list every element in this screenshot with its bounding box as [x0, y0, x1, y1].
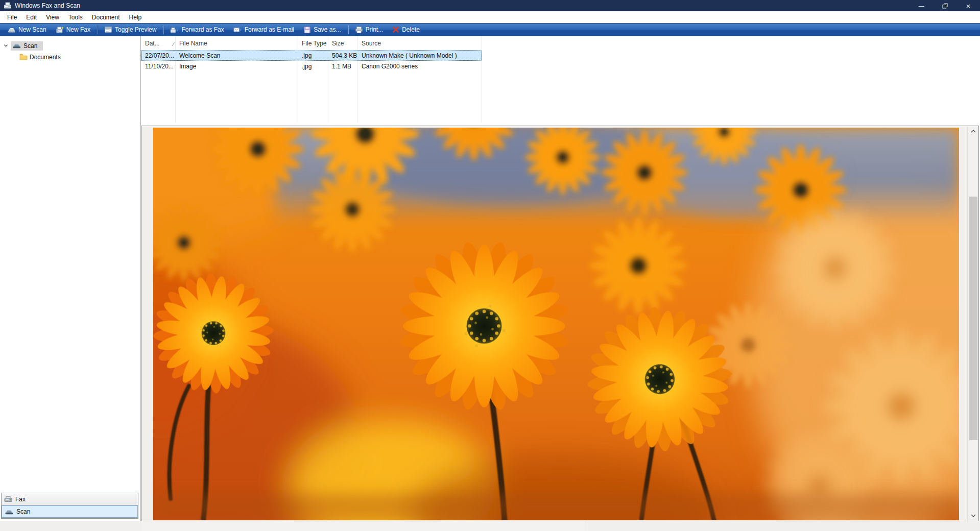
column-divider	[482, 36, 482, 123]
sort-ascending-icon: ∕	[173, 41, 174, 47]
print-icon	[355, 26, 363, 34]
preview-icon	[104, 26, 112, 33]
new-scan-button[interactable]: New Scan	[3, 24, 51, 35]
toolbar: New Scan New Fax Toggle Preview Forward …	[0, 23, 980, 36]
save-as-button[interactable]: Save as...	[299, 24, 345, 35]
forward-as-fax-button[interactable]: Forward as Fax	[165, 24, 228, 35]
column-header-date-label: Dat...	[145, 40, 160, 47]
scan-mode-label: Scan	[16, 508, 30, 515]
fax-mode-label: Fax	[15, 496, 26, 503]
print-label: Print...	[366, 26, 384, 33]
app-icon	[4, 2, 12, 10]
file-size: 504.3 KB	[328, 52, 358, 59]
delete-label: Delete	[402, 26, 420, 33]
delete-button[interactable]: Delete	[388, 24, 424, 35]
tree-item-documents[interactable]: Documents	[19, 52, 61, 62]
forward-as-fax-label: Forward as Fax	[181, 26, 224, 33]
menu-document[interactable]: Document	[87, 12, 125, 22]
chevron-up-icon	[971, 130, 976, 133]
menu-file[interactable]: File	[3, 12, 21, 22]
folder-icon	[19, 54, 28, 60]
file-source: Canon G2000 series	[358, 63, 479, 70]
restore-icon	[942, 3, 948, 9]
toolbar-separator	[97, 25, 98, 34]
new-fax-button[interactable]: New Fax	[51, 24, 95, 35]
scanner-icon	[8, 26, 16, 34]
column-header-source[interactable]: Source	[358, 36, 482, 50]
menubar: File Edit View Tools Document Help	[0, 11, 980, 23]
mode-switcher: Fax Scan	[1, 493, 138, 519]
folder-tree-panel: Scan Documents	[0, 36, 141, 521]
vertical-scroll-thumb[interactable]	[969, 197, 977, 440]
column-header-size-label: Size	[332, 40, 344, 47]
scanner-icon	[5, 509, 13, 515]
column-divider	[357, 36, 358, 123]
toggle-preview-button[interactable]: Toggle Preview	[100, 24, 161, 35]
file-date: 11/10/20...	[141, 63, 176, 70]
file-name: Welcome Scan	[176, 52, 298, 59]
menu-help[interactable]: Help	[125, 12, 147, 22]
chevron-down-icon	[3, 43, 9, 49]
scanner-icon	[12, 42, 21, 49]
column-header-date[interactable]: Dat... ∕	[141, 36, 176, 50]
tree-item-scan[interactable]: Scan	[3, 40, 43, 51]
new-fax-icon	[56, 26, 64, 34]
restore-button[interactable]	[933, 0, 957, 11]
forward-fax-icon	[170, 26, 179, 34]
preview-vertical-scrollbar[interactable]	[967, 126, 978, 521]
save-icon	[303, 26, 311, 34]
file-source: Unknown Make ( Unknown Model )	[358, 52, 479, 59]
forward-email-icon	[233, 26, 242, 33]
toolbar-separator	[163, 25, 163, 34]
file-row-welcome-scan[interactable]: 22/07/20... Welcome Scan .jpg 504.3 KB U…	[141, 50, 482, 61]
scan-mode-button[interactable]: Scan	[2, 505, 138, 518]
file-type: .jpg	[298, 63, 328, 70]
fax-mode-button[interactable]: Fax	[2, 493, 138, 505]
toolbar-separator	[348, 25, 348, 34]
scanned-photo-daisies	[153, 128, 959, 520]
file-date: 22/07/20...	[141, 52, 176, 59]
window-controls: — ×	[910, 0, 980, 11]
scroll-up-button[interactable]	[968, 126, 978, 136]
menu-view[interactable]: View	[41, 12, 64, 22]
column-header-filetype-label: File Type	[302, 40, 326, 47]
toggle-preview-label: Toggle Preview	[115, 26, 156, 33]
forward-as-email-label: Forward as E-mail	[245, 26, 294, 33]
titlebar: Windows Fax and Scan — ×	[0, 0, 980, 11]
new-scan-label: New Scan	[18, 26, 46, 33]
column-header-source-label: Source	[362, 40, 381, 47]
fax-icon	[4, 496, 12, 502]
column-divider	[298, 36, 298, 123]
menu-tools[interactable]: Tools	[64, 12, 87, 22]
save-as-label: Save as...	[314, 26, 341, 33]
delete-icon	[392, 26, 399, 33]
print-button[interactable]: Print...	[350, 24, 388, 35]
column-header-filename[interactable]: File Name	[176, 36, 298, 50]
file-type: .jpg	[298, 52, 328, 59]
forward-as-email-button[interactable]: Forward as E-mail	[229, 24, 299, 35]
close-button[interactable]: ×	[957, 0, 980, 11]
column-header-filename-label: File Name	[179, 40, 207, 47]
tree-scan-selection[interactable]: Scan	[11, 41, 43, 51]
scroll-down-button[interactable]	[968, 511, 978, 521]
menu-edit[interactable]: Edit	[21, 12, 41, 22]
horizontal-scroll-thumb[interactable]	[141, 521, 585, 531]
column-header-size[interactable]: Size	[328, 36, 358, 50]
new-fax-label: New Fax	[66, 26, 90, 33]
tree-scan-label: Scan	[23, 42, 37, 50]
chevron-down-icon	[971, 514, 976, 517]
minimize-button[interactable]: —	[910, 0, 933, 11]
file-row-image[interactable]: 11/10/20... Image .jpg 1.1 MB Canon G200…	[141, 61, 482, 71]
column-header-filetype[interactable]: File Type	[298, 36, 328, 50]
file-name: Image	[176, 63, 298, 70]
column-divider	[328, 36, 328, 123]
column-divider	[175, 36, 176, 123]
tree-documents-label: Documents	[30, 54, 61, 61]
window-title: Windows Fax and Scan	[15, 2, 80, 9]
file-size: 1.1 MB	[328, 63, 358, 70]
